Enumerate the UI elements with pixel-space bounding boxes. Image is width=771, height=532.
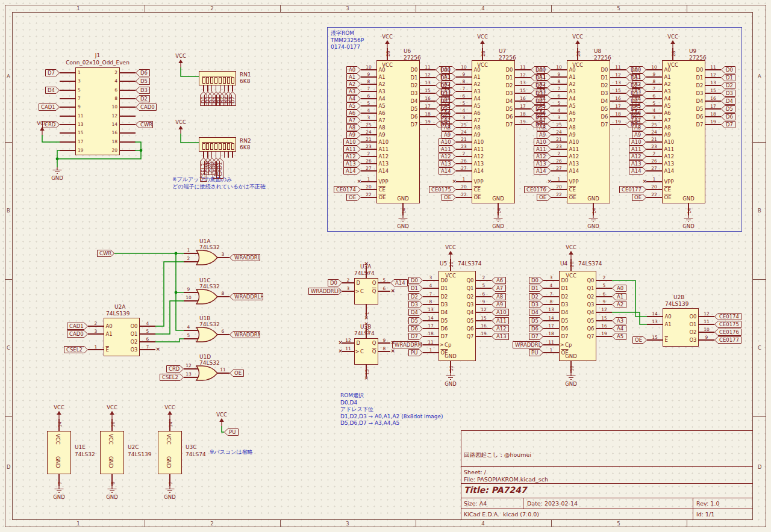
generator: KiCad E.D.A. kicad (7.0.0) [464, 511, 539, 518]
file-name: File: PASOPIAKROM.kicad_sch [464, 476, 548, 483]
title-block-divider [523, 498, 523, 509]
title-block-divider [461, 498, 753, 498]
paper-size: Size: A4 [464, 500, 487, 507]
sheet-id: Id: 1/1 [696, 511, 714, 518]
comment-text: 回路図起こし：@houmei [464, 451, 531, 459]
title-block-border [461, 430, 461, 520]
title-block-divider [461, 509, 753, 509]
sheet-date: Date: 2023-02-14 [527, 500, 578, 507]
title-block-divider [461, 466, 753, 467]
title-block-divider [461, 483, 753, 484]
kicad-schematic-sheet: 1122334455AABBCCDD 漢字ROMTMM23256P0174-01… [0, 0, 771, 532]
title-block-divider [693, 498, 693, 520]
revision: Rev: 1.0 [696, 500, 719, 507]
title-block-border [461, 430, 753, 431]
title-block: 回路図起こし：@houmei Sheet: / File: PASOPIAKRO… [0, 0, 771, 532]
sheet-path: Sheet: / [464, 469, 486, 475]
sheet-title: Title: PA7247 [464, 485, 527, 495]
